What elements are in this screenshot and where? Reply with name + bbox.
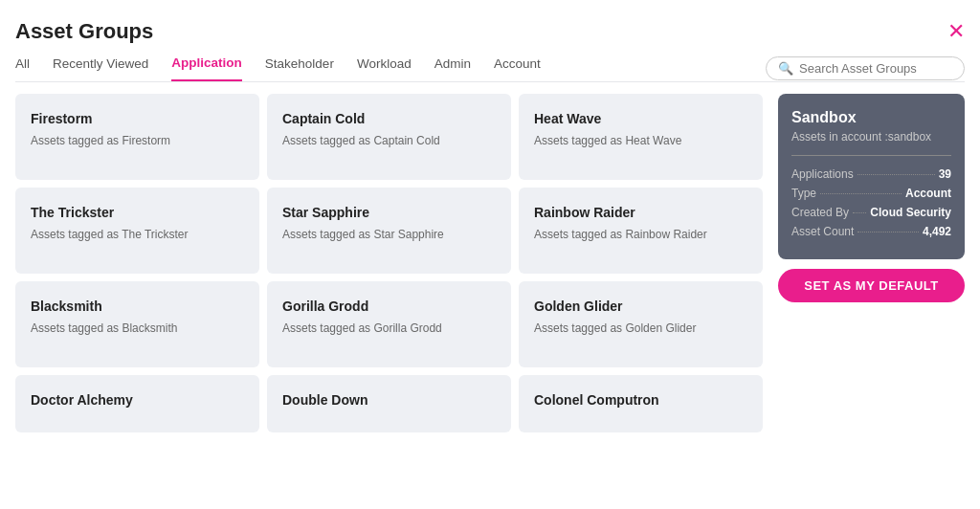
asset-card-title: Captain Cold bbox=[282, 111, 496, 126]
tab-recently-viewed[interactable]: Recently Viewed bbox=[53, 56, 148, 80]
asset-card-title: Firestorm bbox=[31, 111, 244, 126]
sandbox-divider bbox=[791, 155, 951, 156]
search-container: 🔍 bbox=[766, 56, 965, 80]
tab-workload[interactable]: Workload bbox=[357, 56, 412, 80]
sandbox-stat-dots bbox=[853, 212, 866, 213]
asset-card-desc: Assets tagged as Blacksmith bbox=[31, 321, 244, 335]
asset-card[interactable]: Doctor Alchemy bbox=[15, 375, 259, 432]
asset-card-title: Gorilla Grodd bbox=[282, 299, 496, 314]
close-button[interactable]: ✕ bbox=[947, 21, 965, 42]
search-icon: 🔍 bbox=[778, 61, 793, 76]
asset-card[interactable]: Heat WaveAssets tagged as Heat Wave bbox=[519, 94, 763, 180]
asset-card[interactable]: Captain ColdAssets tagged as Captain Col… bbox=[267, 94, 511, 180]
asset-card-title: Star Sapphire bbox=[282, 205, 496, 220]
sandbox-stat-label: Created By bbox=[791, 206, 849, 219]
nav-tabs: All Recently Viewed Application Stakehol… bbox=[15, 55, 965, 82]
asset-card[interactable]: Double Down bbox=[267, 375, 511, 432]
asset-card-desc: Assets tagged as Star Sapphire bbox=[282, 228, 496, 241]
asset-card[interactable]: BlacksmithAssets tagged as Blacksmith bbox=[15, 281, 259, 367]
search-input[interactable] bbox=[799, 61, 952, 76]
tab-account[interactable]: Account bbox=[494, 56, 541, 80]
tab-stakeholder[interactable]: Stakeholder bbox=[265, 56, 334, 80]
asset-card-title: Golden Glider bbox=[534, 299, 747, 314]
sidebar-panel: Sandbox Assets in account :sandbox Appli… bbox=[778, 94, 965, 509]
asset-card-title: Blacksmith bbox=[31, 299, 244, 314]
sandbox-stat-row: Applications 39 bbox=[791, 167, 951, 181]
sandbox-stat-value: Account bbox=[905, 187, 951, 200]
sandbox-stat-label: Applications bbox=[791, 167, 854, 181]
asset-card-title: Double Down bbox=[282, 392, 496, 408]
sandbox-title: Sandbox bbox=[791, 109, 951, 126]
sandbox-card: Sandbox Assets in account :sandbox Appli… bbox=[778, 94, 965, 259]
sandbox-stat-value: 39 bbox=[939, 167, 951, 181]
sandbox-stat-dots bbox=[820, 193, 902, 194]
asset-card-desc: Assets tagged as The Trickster bbox=[31, 228, 244, 241]
asset-card-desc: Assets tagged as Captain Cold bbox=[282, 134, 496, 147]
sandbox-stat-dots bbox=[858, 174, 935, 175]
asset-card-title: Colonel Computron bbox=[534, 392, 747, 408]
sandbox-stat-label: Type bbox=[791, 187, 816, 200]
asset-card-title: Rainbow Raider bbox=[534, 205, 747, 220]
tab-all[interactable]: All bbox=[15, 56, 30, 80]
asset-card-desc: Assets tagged as Rainbow Raider bbox=[534, 228, 747, 241]
tab-application[interactable]: Application bbox=[171, 55, 242, 81]
asset-card[interactable]: Rainbow RaiderAssets tagged as Rainbow R… bbox=[519, 188, 763, 274]
asset-card[interactable]: The TricksterAssets tagged as The Tricks… bbox=[15, 188, 259, 274]
sandbox-stat-row: Created By Cloud Security bbox=[791, 206, 951, 219]
asset-card[interactable]: Star SapphireAssets tagged as Star Sapph… bbox=[267, 188, 511, 274]
asset-card[interactable]: FirestormAssets tagged as Firestorm bbox=[15, 94, 259, 180]
sandbox-stat-dots bbox=[858, 232, 919, 232]
asset-card-desc: Assets tagged as Golden Glider bbox=[534, 321, 747, 335]
set-default-button[interactable]: SET AS MY DEFAULT bbox=[778, 269, 965, 302]
sandbox-stats: Applications 39 Type Account Created By … bbox=[791, 167, 951, 238]
asset-card[interactable]: Colonel Computron bbox=[519, 375, 763, 432]
asset-card-title: Doctor Alchemy bbox=[31, 392, 244, 408]
main-content: FirestormAssets tagged as FirestormCapta… bbox=[15, 82, 965, 509]
sandbox-stat-label: Asset Count bbox=[791, 225, 854, 238]
asset-card[interactable]: Gorilla GroddAssets tagged as Gorilla Gr… bbox=[267, 281, 511, 367]
asset-grid: FirestormAssets tagged as FirestormCapta… bbox=[15, 94, 767, 509]
sandbox-stat-row: Asset Count 4,492 bbox=[791, 225, 951, 238]
asset-card-desc: Assets tagged as Firestorm bbox=[31, 134, 244, 147]
page-title: Asset Groups bbox=[15, 19, 153, 44]
sandbox-stat-row: Type Account bbox=[791, 187, 951, 200]
asset-card-title: The Trickster bbox=[31, 205, 244, 220]
asset-card-desc: Assets tagged as Gorilla Grodd bbox=[282, 321, 496, 335]
asset-card[interactable]: Golden GliderAssets tagged as Golden Gli… bbox=[519, 281, 763, 367]
sandbox-subtitle: Assets in account :sandbox bbox=[791, 130, 951, 144]
asset-card-desc: Assets tagged as Heat Wave bbox=[534, 134, 747, 147]
sandbox-stat-value: 4,492 bbox=[923, 225, 951, 238]
sandbox-stat-value: Cloud Security bbox=[870, 206, 951, 219]
tab-admin[interactable]: Admin bbox=[434, 56, 471, 80]
asset-card-title: Heat Wave bbox=[534, 111, 747, 126]
